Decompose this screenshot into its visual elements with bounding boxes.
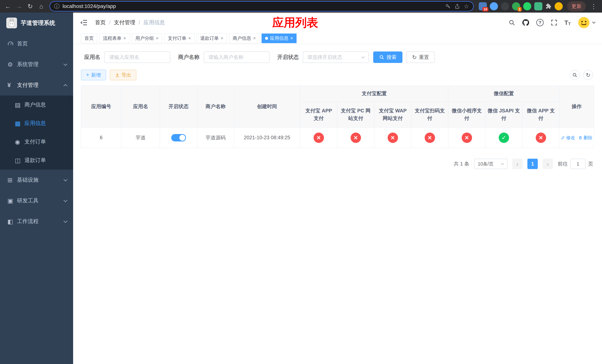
close-icon[interactable] xyxy=(253,35,256,41)
sidebar-item-label: 商户信息 xyxy=(24,101,67,108)
sidebar-item-home[interactable]: 首页 xyxy=(0,33,73,54)
tab-refund-order[interactable]: 退款订单 xyxy=(197,33,227,43)
fullscreen-icon[interactable] xyxy=(551,19,557,26)
browser-forward-button[interactable]: → xyxy=(14,1,24,11)
tab-label: 支付订单 xyxy=(168,35,186,41)
extension-icon[interactable] xyxy=(501,2,509,10)
status-switch[interactable] xyxy=(171,134,186,141)
tab-label: 用户分组 xyxy=(135,35,154,41)
cell-alipay-qr xyxy=(411,128,448,148)
navbar-actions: ? TT xyxy=(508,16,595,29)
refresh-table-button[interactable]: ↻ xyxy=(583,70,593,80)
sidebar-item-pay-order[interactable]: ◉ 支付订单 xyxy=(0,133,73,151)
prev-page-button[interactable]: ‹ xyxy=(512,159,523,169)
tab-home[interactable]: 首页 xyxy=(81,33,97,43)
extensions-puzzle-icon[interactable] xyxy=(545,3,552,10)
delete-button[interactable]: 删除 xyxy=(578,135,592,141)
goto-page-input[interactable] xyxy=(570,159,586,169)
user-avatar[interactable] xyxy=(578,16,595,29)
current-page-button[interactable]: 1 xyxy=(527,159,538,169)
browser-update-button[interactable]: 更新 xyxy=(567,1,586,11)
share-icon[interactable] xyxy=(454,3,460,9)
hamburger-icon[interactable] xyxy=(80,19,88,26)
search-icon xyxy=(379,55,384,60)
sidebar-item-infrastructure[interactable]: ⊞ 基础设施 xyxy=(0,170,73,190)
app-name-label: 应用名 xyxy=(84,54,100,61)
yen-icon: ¥ xyxy=(7,82,17,89)
refresh-icon: ↻ xyxy=(412,54,417,61)
tab-merchant-info[interactable]: 商户信息 xyxy=(229,33,259,43)
sidebar-item-workflow[interactable]: ◧ 工作流程 xyxy=(0,211,73,232)
page-size-select[interactable]: 10条/页 xyxy=(474,159,507,169)
sidebar-item-dev-tools[interactable]: ▣ 研发工具 xyxy=(0,190,73,211)
reset-button[interactable]: ↻ 重置 xyxy=(406,52,435,63)
sidebar-item-label: 支付管理 xyxy=(17,81,64,89)
close-icon[interactable] xyxy=(188,35,191,41)
help-icon[interactable]: ? xyxy=(536,19,544,26)
edit-button[interactable]: 修改 xyxy=(561,135,575,141)
update-label: 更新 xyxy=(571,3,581,10)
tab-flow-form[interactable]: 流程表单 xyxy=(99,33,129,43)
col-header-alipay-app: 支付宝 APP 支付 xyxy=(300,102,337,128)
cell-wechat-app xyxy=(522,128,559,148)
extension-icon[interactable] xyxy=(534,2,542,10)
browser-menu-icon[interactable]: ⋮ xyxy=(588,3,599,10)
browser-refresh-button[interactable]: ↻ xyxy=(25,1,35,11)
tab-app-info[interactable]: 应用信息 xyxy=(262,33,297,43)
status-select[interactable]: 请选择开启状态 xyxy=(303,52,369,63)
toggle-search-button[interactable] xyxy=(570,70,580,80)
close-icon[interactable] xyxy=(221,35,224,41)
extension-badge: 10 xyxy=(483,7,488,11)
extension-icon[interactable]: 10 xyxy=(479,2,487,10)
address-bar[interactable]: ⓘ localhost:1024/pay/app ☆ xyxy=(50,2,473,11)
merchant-name-input[interactable] xyxy=(204,52,269,63)
col-header-alipay-qr: 支付宝扫码支付 xyxy=(411,102,448,128)
search-button[interactable]: 搜索 xyxy=(373,52,402,63)
sidebar-item-app-info[interactable]: ▦ 应用信息 xyxy=(0,114,73,133)
cell-alipay-app xyxy=(300,128,337,148)
sidebar-item-system-management[interactable]: ⚙ 系统管理 xyxy=(0,54,73,75)
bookmark-star-icon[interactable]: ☆ xyxy=(464,3,469,10)
browser-home-button[interactable]: ⌂ xyxy=(36,1,46,11)
tab-pay-order[interactable]: 支付订单 xyxy=(164,33,194,43)
browser-back-button[interactable]: ← xyxy=(3,1,13,11)
export-button[interactable]: 导出 xyxy=(110,70,136,80)
app-name-input[interactable] xyxy=(104,52,170,63)
table-toolbar: 新增 导出 ↻ xyxy=(81,70,593,80)
pagination: 共 1 条 10条/页 ‹ 1 › 前往 页 xyxy=(81,159,593,169)
filter-form: 应用名 商户名称 开启状态 请选择开启状态 搜 xyxy=(84,52,593,63)
add-button[interactable]: 新增 xyxy=(81,70,106,80)
extension-icon[interactable] xyxy=(523,2,531,10)
sidebar-item-payment-management[interactable]: ¥ 支付管理 xyxy=(0,75,73,96)
plus-icon xyxy=(86,72,89,78)
github-icon[interactable] xyxy=(522,19,529,26)
search-icon[interactable] xyxy=(508,19,515,26)
chevron-down-icon xyxy=(501,162,504,165)
main-panel: 首页 支付管理 应用信息 应用列表 ? TT xyxy=(73,13,602,364)
close-icon[interactable] xyxy=(123,35,126,41)
sidebar-item-refund-order[interactable]: ◫ 退款订单 xyxy=(0,151,73,170)
status-select-placeholder: 请选择开启状态 xyxy=(307,54,342,61)
col-header-app-id: 应用编号 xyxy=(81,86,121,128)
browser-profile-avatar[interactable] xyxy=(555,2,563,10)
font-size-icon[interactable]: TT xyxy=(564,19,571,26)
disabled-cross-icon xyxy=(314,133,324,143)
extension-icon[interactable] xyxy=(490,2,498,10)
breadcrumb-home[interactable]: 首页 xyxy=(95,19,106,26)
pencil-icon xyxy=(561,136,565,140)
site-info-icon[interactable]: ⓘ xyxy=(54,3,60,10)
extension-icon[interactable]: 1 xyxy=(512,2,520,10)
password-key-icon[interactable] xyxy=(445,3,451,9)
url-text[interactable]: localhost:1024/pay/app xyxy=(63,3,442,9)
total-count: 共 1 条 xyxy=(454,161,469,167)
close-icon[interactable] xyxy=(290,35,293,41)
disabled-cross-icon xyxy=(536,133,546,143)
chevron-up-icon xyxy=(64,84,67,88)
sidebar-item-merchant-info[interactable]: ▤ 商户信息 xyxy=(0,96,73,114)
next-page-button[interactable]: › xyxy=(543,159,553,169)
app-logo[interactable]: 芋道管理系统 xyxy=(0,13,73,33)
close-icon[interactable] xyxy=(156,35,159,41)
tab-user-group[interactable]: 用户分组 xyxy=(132,33,162,43)
cell-wechat-mini xyxy=(448,128,485,148)
add-button-label: 新增 xyxy=(91,72,101,78)
